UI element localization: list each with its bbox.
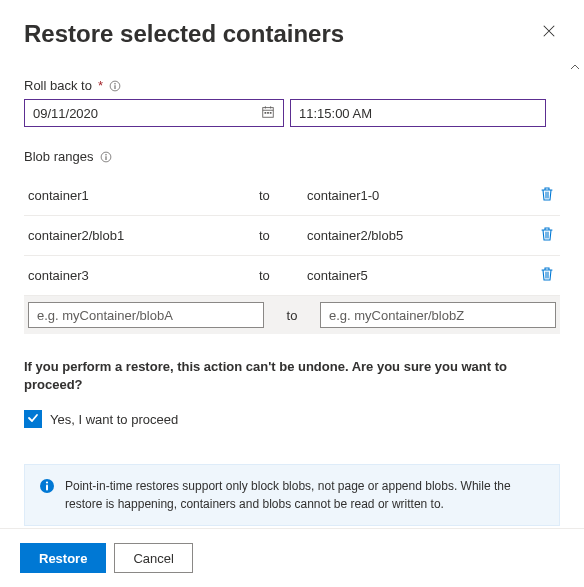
svg-rect-9	[270, 112, 272, 114]
required-indicator: *	[98, 78, 103, 93]
blob-range-row: container1 to container1-0	[24, 176, 560, 216]
svg-rect-15	[46, 485, 48, 491]
restore-button[interactable]: Restore	[20, 543, 106, 573]
scroll-up-icon	[570, 60, 580, 75]
cancel-button[interactable]: Cancel	[114, 543, 192, 573]
proceed-checkbox[interactable]	[24, 410, 42, 428]
range-to-label: to	[259, 188, 299, 203]
close-button[interactable]	[538, 20, 560, 45]
range-from-input[interactable]	[28, 302, 264, 328]
blob-ranges-label: Blob ranges	[24, 149, 560, 164]
svg-rect-12	[105, 156, 106, 160]
trash-icon	[540, 266, 554, 285]
range-to-label: to	[259, 228, 299, 243]
trash-icon	[540, 226, 554, 245]
rollback-time-value: 11:15:00 AM	[299, 106, 372, 121]
svg-rect-8	[267, 112, 269, 114]
svg-point-1	[115, 83, 116, 84]
rollback-time-input[interactable]: 11:15:00 AM	[290, 99, 546, 127]
blob-ranges-list: container1 to container1-0 container2/bl…	[24, 176, 560, 334]
range-to-label: to	[272, 308, 312, 323]
blob-range-input-row: to	[24, 296, 560, 334]
info-icon[interactable]	[109, 79, 122, 92]
range-to-label: to	[259, 268, 299, 283]
blob-range-row: container2/blob1 to container2/blob5	[24, 216, 560, 256]
info-note-text: Point-in-time restores support only bloc…	[65, 477, 545, 513]
rollback-date-value: 09/11/2020	[33, 106, 98, 121]
dialog-footer: Restore Cancel	[0, 528, 584, 587]
checkmark-icon	[27, 412, 39, 427]
proceed-checkbox-label[interactable]: Yes, I want to proceed	[50, 412, 178, 427]
delete-range-button[interactable]	[538, 264, 556, 287]
svg-rect-7	[265, 112, 267, 114]
info-icon[interactable]	[99, 150, 112, 163]
delete-range-button[interactable]	[538, 224, 556, 247]
close-icon	[542, 24, 556, 41]
blob-range-row: container3 to container5	[24, 256, 560, 296]
range-from-value: container3	[28, 268, 251, 283]
range-from-value: container1	[28, 188, 251, 203]
restore-warning-text: If you perform a restore, this action ca…	[24, 358, 560, 394]
svg-point-11	[105, 154, 106, 155]
trash-icon	[540, 186, 554, 205]
calendar-icon	[261, 105, 275, 122]
info-note: Point-in-time restores support only bloc…	[24, 464, 560, 526]
svg-rect-2	[115, 85, 116, 89]
delete-range-button[interactable]	[538, 184, 556, 207]
dialog-title: Restore selected containers	[24, 20, 344, 48]
rollback-label: Roll back to *	[24, 78, 560, 93]
range-from-value: container2/blob1	[28, 228, 251, 243]
range-to-value: container1-0	[307, 188, 530, 203]
range-to-input[interactable]	[320, 302, 556, 328]
range-to-value: container5	[307, 268, 530, 283]
info-icon	[39, 478, 55, 494]
rollback-date-input[interactable]: 09/11/2020	[24, 99, 284, 127]
svg-point-14	[46, 482, 48, 484]
range-to-value: container2/blob5	[307, 228, 530, 243]
